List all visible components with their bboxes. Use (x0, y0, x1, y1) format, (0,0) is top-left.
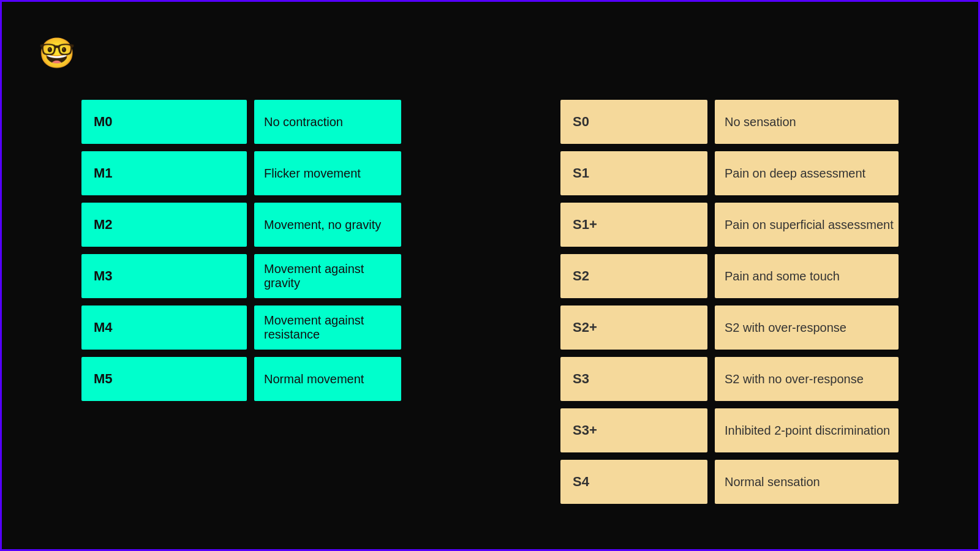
motor-desc-1: Flicker movement (254, 151, 401, 195)
sensory-row: S2Pain and some touch (560, 254, 899, 298)
sensory-desc-3: Pain and some touch (715, 254, 899, 298)
motor-desc-2: Movement, no gravity (254, 203, 401, 247)
sensory-desc-5: S2 with no over-response (715, 357, 899, 401)
sensory-desc-0: No sensation (715, 100, 899, 144)
motor-grade-m0: M0 (81, 100, 247, 144)
sensory-grade-s1: S1 (560, 151, 707, 195)
sensory-grade-s3plus: S3+ (560, 408, 707, 452)
motor-row: M2Movement, no gravity (81, 203, 401, 247)
motor-table: M0No contractionM1Flicker movementM2Move… (81, 100, 401, 504)
motor-desc-0: No contraction (254, 100, 401, 144)
motor-desc-4: Movement against resistance (254, 305, 401, 350)
motor-row: M4Movement against resistance (81, 305, 401, 350)
page-container: 🤓 M0No contractionM1Flicker movementM2Mo… (2, 2, 978, 549)
tables-wrapper: M0No contractionM1Flicker movementM2Move… (26, 100, 954, 504)
motor-grade-m2: M2 (81, 203, 247, 247)
motor-grade-m3: M3 (81, 254, 247, 298)
sensory-grade-s1plus: S1+ (560, 203, 707, 247)
sensory-row: S1+Pain on superficial assessment (560, 203, 899, 247)
sensory-grade-s4: S4 (560, 460, 707, 504)
sensory-grade-s2: S2 (560, 254, 707, 298)
sensory-row: S0No sensation (560, 100, 899, 144)
motor-grade-m4: M4 (81, 305, 247, 350)
sensory-grade-s0: S0 (560, 100, 707, 144)
sensory-grade-s2plus: S2+ (560, 305, 707, 350)
sensory-row: S3S2 with no over-response (560, 357, 899, 401)
sensory-desc-2: Pain on superficial assessment (715, 203, 899, 247)
motor-row: M1Flicker movement (81, 151, 401, 195)
motor-row: M5Normal movement (81, 357, 401, 401)
motor-grade-m5: M5 (81, 357, 247, 401)
sensory-desc-6: Inhibited 2-point discrimination (715, 408, 899, 452)
logo-icon: 🤓 (39, 39, 75, 68)
sensory-desc-7: Normal sensation (715, 460, 899, 504)
sensory-row: S1Pain on deep assessment (560, 151, 899, 195)
sensory-row: S4Normal sensation (560, 460, 899, 504)
motor-grade-m1: M1 (81, 151, 247, 195)
sensory-table: S0No sensationS1Pain on deep assessmentS… (560, 100, 899, 504)
motor-row: M3Movement against gravity (81, 254, 401, 298)
sensory-desc-1: Pain on deep assessment (715, 151, 899, 195)
motor-desc-3: Movement against gravity (254, 254, 401, 298)
sensory-row: S3+Inhibited 2-point discrimination (560, 408, 899, 452)
sensory-row: S2+S2 with over-response (560, 305, 899, 350)
motor-row: M0No contraction (81, 100, 401, 144)
sensory-grade-s3: S3 (560, 357, 707, 401)
motor-desc-5: Normal movement (254, 357, 401, 401)
sensory-desc-4: S2 with over-response (715, 305, 899, 350)
